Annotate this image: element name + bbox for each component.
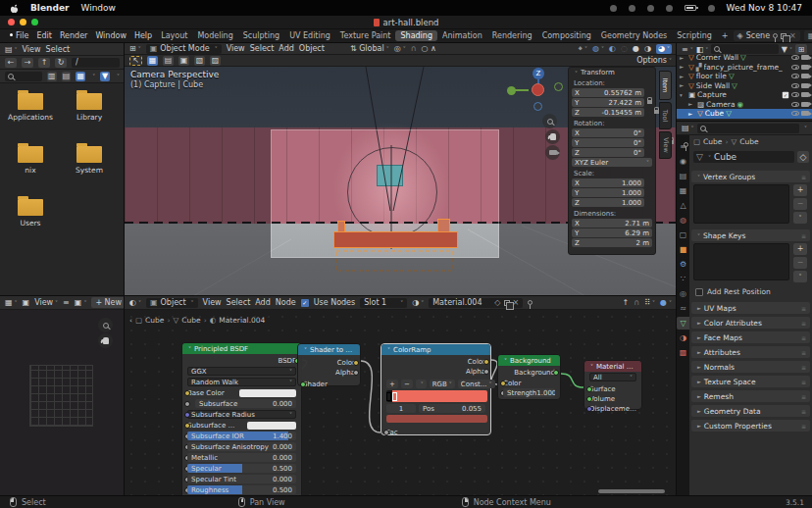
editor-type-icon[interactable]: ◐˅ (129, 298, 141, 307)
alpha-output[interactable]: Alpha (303, 368, 355, 377)
new-image-button[interactable]: + New (91, 297, 125, 308)
outliner-row[interactable]: ►▨Camera◉ (677, 100, 812, 110)
node-shader-to-rgb[interactable]: ˅Shader to RGB Color Alpha Shader (297, 343, 361, 386)
forward-button[interactable]: → (22, 58, 33, 68)
add-shape-key-button[interactable]: + (793, 243, 807, 255)
properties-tab-object[interactable]: ■ (677, 243, 689, 256)
socket-base-color[interactable] (184, 390, 190, 396)
image-browse-icon[interactable]: ▣˅ (75, 298, 87, 307)
image-pan-button[interactable] (98, 333, 113, 348)
gizmo-y-axis[interactable] (507, 86, 516, 95)
outliner-row-collection[interactable]: ▾▣Capture✓ (677, 90, 812, 100)
ramp-interpolation-dropdown[interactable]: Const...˅ (458, 380, 495, 388)
go-parent-icon[interactable]: ↑ (623, 298, 630, 307)
ramp-specials-dropdown[interactable]: ˅ (416, 380, 427, 388)
node-color-ramp[interactable]: ˅ColorRamp Color Alpha + − ˅ RGB˅ Const.… (381, 343, 491, 435)
distribution-dropdown[interactable]: GGX˅ (187, 367, 296, 376)
rotation-x-field[interactable]: X0° (572, 128, 644, 137)
viewport-options-dropdown[interactable]: Options˅ (636, 56, 672, 65)
image-view-menu[interactable]: View˅ (34, 298, 58, 307)
remesh-panel-header[interactable]: ►Remesh≡ (691, 390, 810, 402)
target-dropdown[interactable]: All˅ (589, 373, 636, 381)
properties-tab-material[interactable]: ◑ (677, 331, 689, 344)
remove-vertex-group-button[interactable]: − (793, 198, 807, 210)
menu-render[interactable]: Render (56, 31, 91, 40)
properties-tab-constraints[interactable]: ≈ (677, 302, 689, 315)
display-icon[interactable] (708, 5, 715, 12)
outliner-row[interactable]: ►▽Corner Wall▽ (677, 53, 812, 63)
color-attributes-panel-header[interactable]: ►Color Attributes≡ (691, 317, 810, 329)
hide-eye-icon[interactable] (791, 65, 799, 70)
select-mode-intersect-icon[interactable]: ▨ (210, 56, 221, 66)
remove-stop-button[interactable]: − (401, 380, 413, 388)
dimensions-y-field[interactable]: Y6.29 m (572, 229, 652, 237)
hide-eye-icon[interactable] (791, 111, 799, 116)
properties-tab-physics[interactable]: ◎ (677, 287, 689, 300)
workspace-tab-animation[interactable]: Animation (437, 30, 487, 41)
shape-keys-panel-header[interactable]: ˅Shape Keys≡ (691, 229, 810, 241)
viewlayer-selector[interactable]: ▦ ViewLayer (804, 30, 812, 41)
menu-help[interactable]: Help (130, 31, 156, 40)
scale-x-field[interactable]: X1.000 (572, 178, 644, 187)
node-material-output[interactable]: ˅Material Output All˅ Surface Volume Dis… (584, 360, 642, 410)
location-x-field[interactable]: X0.55762 m (572, 88, 644, 97)
specular-row[interactable]: Specular0.500 (187, 464, 296, 473)
shader-input[interactable]: Shader (303, 380, 355, 388)
camera-view-button[interactable] (545, 145, 560, 160)
volume-input[interactable]: Volume (589, 394, 636, 403)
viewport-canvas[interactable]: Camera Perspective (1) Capture | Cube Z … (125, 67, 677, 296)
pan-tool-button[interactable] (545, 129, 560, 144)
subsurface-color-swatch[interactable] (247, 422, 296, 430)
roughness-row[interactable]: Roughness0.500 (187, 485, 296, 494)
camera-restrict-icon[interactable] (801, 74, 809, 78)
gizmo-z-axis[interactable]: Z (533, 68, 544, 79)
snap-magnet-icon[interactable]: ∩ (411, 44, 417, 53)
shape-keys-list[interactable] (693, 243, 789, 280)
hide-eye-icon[interactable] (791, 74, 799, 78)
gizmo-x-axis[interactable] (532, 83, 544, 96)
displacement-input[interactable]: Displacement (589, 404, 636, 413)
collection-checkbox[interactable]: ✓ (783, 92, 788, 98)
workspace-tab-geometry-nodes[interactable]: Geometry Nodes (596, 30, 672, 41)
outliner-row[interactable]: ►▽floor tile▽ (677, 72, 812, 81)
select-mode-subtract-icon[interactable]: ▣ (178, 56, 189, 66)
workspace-tab-sculpting[interactable]: Sculpting (238, 30, 284, 41)
gizmo-y-neg-axis[interactable] (554, 82, 563, 91)
viewport-view-menu[interactable]: View (227, 44, 245, 53)
apple-logo-icon[interactable] (10, 3, 19, 14)
shape-key-specials-button[interactable]: ˅ (793, 271, 807, 282)
refresh-button[interactable]: ↻ (55, 58, 67, 68)
background-output[interactable]: Background (503, 368, 555, 377)
zoom-tool-button[interactable] (542, 114, 557, 128)
workspace-tab-layout[interactable]: Layout (156, 30, 192, 41)
workspace-tab-uv-editing[interactable]: UV Editing (284, 30, 335, 41)
subsurface-ior-row[interactable]: Subsurface IOR1.400 (187, 432, 296, 440)
macos-window-menu[interactable]: Window (80, 3, 116, 13)
slot-dropdown[interactable]: Slot 1˅ (360, 298, 407, 308)
chevron-down-icon[interactable]: ˅ (575, 70, 578, 76)
node-add-menu[interactable]: Add (255, 298, 271, 307)
macos-app-menu[interactable]: Blender (30, 3, 69, 13)
color-ramp-gradient[interactable] (386, 390, 487, 402)
custom-properties-panel-header[interactable]: ►Custom Properties≡ (691, 420, 810, 432)
folder-item[interactable]: System (63, 146, 116, 175)
properties-tab-scene[interactable]: △ (677, 199, 689, 212)
subsurface-method-dropdown[interactable]: Random Walk˅ (187, 378, 296, 386)
hide-eye-icon[interactable] (791, 102, 799, 107)
ramp-stop-0[interactable] (386, 392, 391, 401)
display-horizontal-list-button[interactable]: ▤ (62, 72, 72, 81)
add-workspace-button[interactable]: + (717, 30, 734, 41)
hide-eye-icon[interactable] (791, 92, 799, 97)
editor-type-icon[interactable]: ▤˅ (682, 124, 694, 132)
normals-panel-header[interactable]: ►Normals≡ (691, 361, 810, 373)
back-button[interactable]: ← (5, 58, 17, 68)
gizmo-dropdown[interactable]: ⌖˅ (579, 44, 588, 54)
stop-index-field[interactable]: 1 (386, 404, 416, 413)
subsurface-row[interactable]: Subsurface0.000 (187, 399, 296, 408)
properties-tab-modifiers[interactable]: ⚙ (677, 258, 689, 271)
status-icon[interactable] (629, 5, 635, 12)
shading-material-button[interactable]: ◑ (644, 44, 651, 53)
editor-type-icon[interactable]: ▦˅ (5, 298, 18, 307)
pin-icon[interactable] (528, 300, 533, 305)
mode-selector[interactable]: ▣Object Mode˅ (146, 44, 222, 54)
